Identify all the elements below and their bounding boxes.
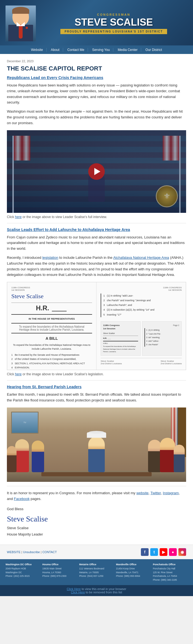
nav-media-center[interactable]: Media Center: [114, 48, 141, 52]
district-label: PROUDLY REPRESENTING: [65, 30, 111, 33]
video-here-link[interactable]: here: [15, 215, 22, 219]
report-title: THE SCALISE CAPITOL REPORT: [7, 65, 186, 72]
house-seal: ⚜: [156, 185, 178, 207]
bill-left-panel: 118th CONGRESS1st SESSION Steve Scalise …: [7, 282, 96, 370]
nav-our-district[interactable]: Our District: [142, 48, 165, 52]
bill-signature: Steve Scalise: [11, 293, 92, 300]
congressman-photo: [6, 6, 36, 41]
god-bless: God Bless: [7, 506, 186, 512]
nav-about[interactable]: About: [47, 48, 63, 52]
youtube-icon[interactable]: ▶: [160, 548, 167, 556]
section2-para2: Recently, I introduced legislation to in…: [7, 255, 186, 278]
section1-para1: House Republicans have been leading with…: [7, 83, 186, 105]
offices-grid: Washington DC Office 2049 Rayburn HOB Wa…: [6, 563, 187, 582]
remove-link[interactable]: Click Here: [71, 591, 85, 594]
facebook-link[interactable]: Facebook: [14, 497, 30, 501]
header: CONGRESSMAN STEVE SCALISE PROUDLY REPRES…: [0, 0, 193, 45]
bill-body-text: To expand the boundaries of the Atchafal…: [11, 343, 92, 370]
twitter-icon[interactable]: t: [150, 548, 158, 556]
section2-para1: From Cajun cuisine and Zydeco music to o…: [7, 235, 186, 252]
video-caption: Click here or the image above to view Le…: [7, 215, 186, 219]
district-highlight: LOUISIANA'S 1ST DISTRICT: [113, 30, 163, 33]
view-email-link[interactable]: Click Here: [67, 587, 81, 591]
closing-name: Steve Scalise: [7, 525, 186, 531]
nav-serving-you[interactable]: Serving You: [89, 48, 113, 52]
legislation-link[interactable]: legislation: [42, 256, 58, 260]
bill-right-lines: 1 (1) in striking "add Laur- 2 che Paris…: [101, 294, 182, 317]
header-title-area: CONGRESSMAN STEVE SCALISE PROUDLY REPRES…: [40, 13, 187, 34]
nav-contact-me[interactable]: Contact Me: [64, 48, 88, 52]
section-divider-2: [7, 380, 186, 381]
nav-website[interactable]: Website: [28, 48, 46, 52]
closing-title: House Majority Leader: [7, 531, 186, 537]
footer-social: WEBSITE | Unsubscribe | CONTACT f t ▶ ● …: [0, 545, 193, 559]
twitter-link[interactable]: Twitter: [151, 491, 161, 495]
closing-para: It is an honor to represent you in Congr…: [7, 490, 186, 502]
footer-website-link[interactable]: WEBSITE: [7, 550, 21, 554]
bill-image[interactable]: 118th CONGRESS1st SESSION Steve Scalise …: [7, 282, 186, 370]
office-dc: Washington DC Office 2049 Rayburn HOB Wa…: [6, 563, 40, 582]
congressman-label: CONGRESSMAN: [40, 13, 187, 16]
footer-contact-link[interactable]: CONTACT: [42, 550, 57, 554]
video-thumbnail[interactable]: ⚜: [7, 130, 186, 213]
bill-subtitle: IN THE HOUSE OF REPRESENTATIVES: [11, 317, 92, 320]
office-metairie: Metairie Office 111 Veterans Boulevard M…: [79, 563, 114, 582]
anha-link[interactable]: Atchafalaya National Heritage Area: [113, 256, 169, 260]
office-mandeville: Mandeville Office 21454 Koop Drive Mande…: [116, 563, 151, 582]
bill-hr-label: H.R.: [11, 304, 92, 312]
flickr-icon[interactable]: ●: [169, 548, 177, 556]
signature-section: God Bless Steve Scalise Steve Scalise Ho…: [7, 506, 186, 537]
signature-image: Steve Scalise: [7, 515, 186, 523]
navigation-bar: Website About Contact Me Serving You Med…: [0, 45, 193, 54]
section-divider-3: [7, 486, 186, 486]
section1-title[interactable]: Republicans Lead on Every Crisis Facing …: [7, 75, 186, 80]
office-ponchatoula: Ponchatoula Office Ponchatoula City Hall…: [153, 563, 187, 582]
bill-here-link[interactable]: here: [15, 372, 22, 376]
section3-para1: Earlier this month, I was pleased to mee…: [7, 392, 186, 403]
bottom-bar: Click Here to view this email in your br…: [0, 585, 193, 596]
section3-title[interactable]: Hearing from St. Bernard Parish Leaders: [7, 385, 186, 389]
offices-footer: Washington DC Office 2049 Rayburn HOB Wa…: [0, 559, 193, 585]
instagram-link[interactable]: Instagram: [163, 491, 179, 495]
email-wrapper: CONGRESSMAN STEVE SCALISE PROUDLY REPRES…: [0, 0, 193, 596]
footer-unsubscribe-link[interactable]: Unsubscribe: [23, 550, 40, 554]
office-houma: Houma Office 19635 Main Street Houma, LA…: [42, 563, 77, 582]
section-divider: [7, 223, 186, 223]
report-date: December 22, 2023: [7, 59, 186, 63]
bill-right-panel: 118th CONGRESS1st SESSION 1 (1) in strik…: [96, 282, 186, 370]
district-bar: PROUDLY REPRESENTING LOUISIANA'S 1ST DIS…: [60, 29, 167, 34]
a-bill-title: A BILL: [11, 336, 92, 341]
bill-congress-label: 118th CONGRESS1st SESSION: [11, 286, 92, 291]
congressman-name: STEVE SCALISE: [40, 17, 187, 27]
bill-sig-line: [11, 303, 92, 303]
section1-para2: Washington must work for the American pe…: [7, 109, 186, 126]
main-content: December 22, 2023 THE SCALISE CAPITOL RE…: [0, 54, 193, 545]
website-link[interactable]: website: [136, 491, 149, 495]
section2-title[interactable]: Scalise Leads Effort to Add Lafourche to…: [7, 227, 186, 232]
facebook-icon[interactable]: f: [141, 548, 149, 556]
video-play-button[interactable]: [88, 163, 105, 180]
bill-caption: Click here or the image above to view Le…: [7, 372, 186, 376]
instagram-icon[interactable]: ◉: [178, 548, 186, 556]
footer-links: WEBSITE | Unsubscribe | CONTACT: [7, 550, 57, 554]
meeting-photo: TV: [7, 407, 186, 482]
social-icons: f t ▶ ● ◉: [141, 548, 186, 556]
